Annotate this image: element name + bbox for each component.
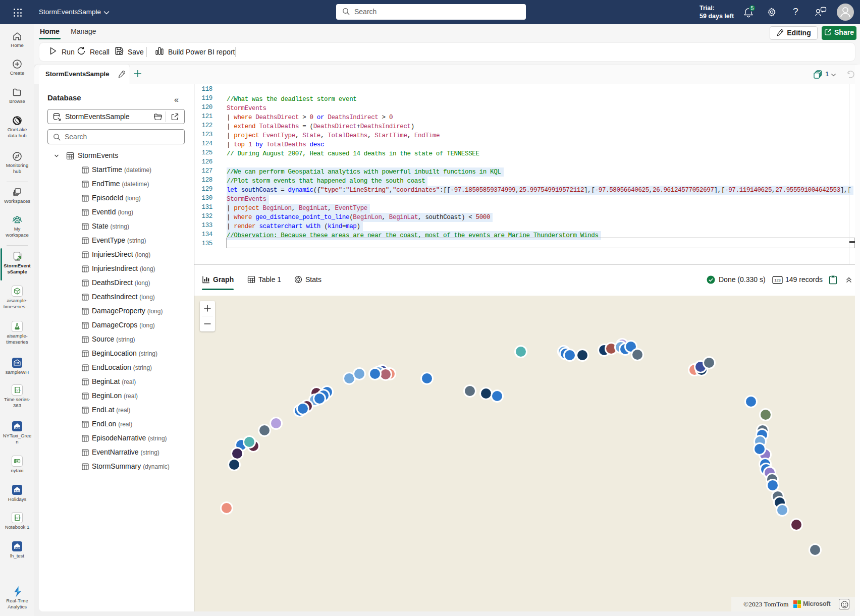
svg-text:123: 123 — [774, 278, 781, 283]
svg-text:5: 5 — [751, 5, 754, 11]
svg-text:</>: </> — [15, 389, 21, 393]
svg-text:</>: </> — [15, 517, 21, 520]
